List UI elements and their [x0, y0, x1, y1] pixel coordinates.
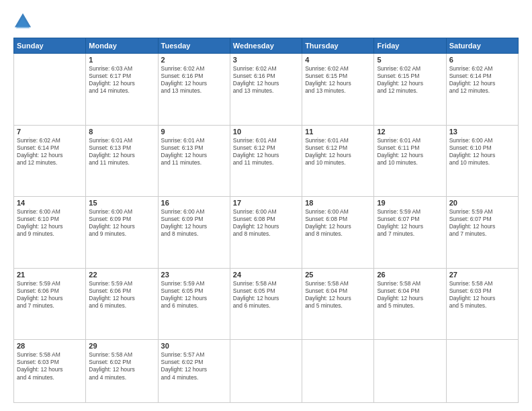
day-number: 19: [377, 199, 443, 207]
day-info: Sunrise: 5:59 AM Sunset: 6:06 PM Dayligh…: [17, 280, 83, 310]
day-info: Sunrise: 5:58 AM Sunset: 6:04 PM Dayligh…: [377, 280, 443, 310]
day-number: 29: [89, 342, 154, 350]
day-info: Sunrise: 6:02 AM Sunset: 6:16 PM Dayligh…: [161, 65, 227, 95]
day-info: Sunrise: 6:02 AM Sunset: 6:15 PM Dayligh…: [305, 65, 371, 95]
day-number: 3: [233, 56, 299, 64]
day-number: 12: [377, 128, 443, 136]
calendar-header-row: SundayMondayTuesdayWednesdayThursdayFrid…: [14, 38, 519, 54]
day-info: Sunrise: 6:02 AM Sunset: 6:15 PM Dayligh…: [377, 65, 443, 95]
day-number: 22: [89, 271, 154, 279]
day-info: Sunrise: 5:59 AM Sunset: 6:07 PM Dayligh…: [377, 208, 443, 238]
calendar-cell: 27Sunrise: 5:58 AM Sunset: 6:03 PM Dayli…: [446, 268, 518, 340]
calendar-cell: 11Sunrise: 6:01 AM Sunset: 6:12 PM Dayli…: [302, 125, 374, 197]
calendar-cell: 19Sunrise: 5:59 AM Sunset: 6:07 PM Dayli…: [374, 197, 446, 269]
calendar-cell: 16Sunrise: 6:00 AM Sunset: 6:09 PM Dayli…: [158, 197, 230, 269]
day-info: Sunrise: 6:01 AM Sunset: 6:11 PM Dayligh…: [377, 137, 443, 167]
calendar-cell: 8Sunrise: 6:01 AM Sunset: 6:13 PM Daylig…: [86, 125, 158, 197]
calendar-cell: [14, 54, 86, 126]
calendar-cell: 5Sunrise: 6:02 AM Sunset: 6:15 PM Daylig…: [374, 54, 446, 126]
day-number: 4: [305, 56, 371, 64]
calendar-cell: [374, 340, 446, 403]
calendar-cell: 15Sunrise: 6:00 AM Sunset: 6:09 PM Dayli…: [86, 197, 158, 269]
day-info: Sunrise: 6:02 AM Sunset: 6:16 PM Dayligh…: [233, 65, 299, 95]
calendar-week-row: 14Sunrise: 6:00 AM Sunset: 6:10 PM Dayli…: [14, 197, 519, 269]
day-info: Sunrise: 5:58 AM Sunset: 6:03 PM Dayligh…: [17, 351, 83, 381]
calendar-cell: 26Sunrise: 5:58 AM Sunset: 6:04 PM Dayli…: [374, 268, 446, 340]
day-info: Sunrise: 5:59 AM Sunset: 6:06 PM Dayligh…: [89, 280, 154, 310]
day-info: Sunrise: 5:58 AM Sunset: 6:02 PM Dayligh…: [89, 351, 154, 381]
day-info: Sunrise: 6:02 AM Sunset: 6:14 PM Dayligh…: [449, 65, 515, 95]
calendar-week-row: 1Sunrise: 6:03 AM Sunset: 6:17 PM Daylig…: [14, 54, 519, 126]
day-number: 24: [233, 271, 299, 279]
calendar-cell: 6Sunrise: 6:02 AM Sunset: 6:14 PM Daylig…: [446, 54, 518, 126]
page: SundayMondayTuesdayWednesdayThursdayFrid…: [0, 0, 532, 411]
day-info: Sunrise: 6:02 AM Sunset: 6:14 PM Dayligh…: [17, 137, 83, 167]
day-number: 23: [161, 271, 227, 279]
day-number: 17: [233, 199, 299, 207]
calendar-cell: 1Sunrise: 6:03 AM Sunset: 6:17 PM Daylig…: [86, 54, 158, 126]
weekday-header: Friday: [374, 38, 446, 54]
day-info: Sunrise: 5:59 AM Sunset: 6:05 PM Dayligh…: [161, 280, 227, 310]
calendar-cell: [302, 340, 374, 403]
weekday-header: Tuesday: [158, 38, 230, 54]
weekday-header: Thursday: [302, 38, 374, 54]
day-info: Sunrise: 6:01 AM Sunset: 6:12 PM Dayligh…: [233, 137, 299, 167]
day-number: 10: [233, 128, 299, 136]
day-number: 14: [17, 199, 83, 207]
day-info: Sunrise: 6:00 AM Sunset: 6:09 PM Dayligh…: [89, 208, 154, 238]
day-info: Sunrise: 5:59 AM Sunset: 6:07 PM Dayligh…: [449, 208, 515, 238]
calendar-cell: 18Sunrise: 6:00 AM Sunset: 6:08 PM Dayli…: [302, 197, 374, 269]
logo: [13, 12, 35, 31]
calendar-cell: [230, 340, 302, 403]
day-number: 2: [161, 56, 227, 64]
weekday-header: Sunday: [14, 38, 86, 54]
day-info: Sunrise: 6:00 AM Sunset: 6:08 PM Dayligh…: [305, 208, 371, 238]
calendar-cell: 9Sunrise: 6:01 AM Sunset: 6:13 PM Daylig…: [158, 125, 230, 197]
calendar-week-row: 28Sunrise: 5:58 AM Sunset: 6:03 PM Dayli…: [14, 340, 519, 403]
weekday-header: Saturday: [446, 38, 518, 54]
calendar-table: SundayMondayTuesdayWednesdayThursdayFrid…: [13, 38, 519, 403]
calendar-cell: 12Sunrise: 6:01 AM Sunset: 6:11 PM Dayli…: [374, 125, 446, 197]
day-info: Sunrise: 6:00 AM Sunset: 6:10 PM Dayligh…: [17, 208, 83, 238]
day-number: 9: [161, 128, 227, 136]
day-number: 1: [89, 56, 154, 64]
day-info: Sunrise: 6:00 AM Sunset: 6:09 PM Dayligh…: [161, 208, 227, 238]
calendar-cell: 24Sunrise: 5:58 AM Sunset: 6:05 PM Dayli…: [230, 268, 302, 340]
day-number: 11: [305, 128, 371, 136]
calendar-cell: 25Sunrise: 5:58 AM Sunset: 6:04 PM Dayli…: [302, 268, 374, 340]
day-number: 27: [449, 271, 515, 279]
weekday-header: Wednesday: [230, 38, 302, 54]
day-info: Sunrise: 5:57 AM Sunset: 6:02 PM Dayligh…: [161, 351, 227, 381]
day-number: 28: [17, 342, 83, 350]
day-number: 20: [449, 199, 515, 207]
day-info: Sunrise: 6:01 AM Sunset: 6:13 PM Dayligh…: [161, 137, 227, 167]
calendar-cell: 4Sunrise: 6:02 AM Sunset: 6:15 PM Daylig…: [302, 54, 374, 126]
day-number: 5: [377, 56, 443, 64]
day-number: 26: [377, 271, 443, 279]
calendar-cell: [446, 340, 518, 403]
calendar-cell: 2Sunrise: 6:02 AM Sunset: 6:16 PM Daylig…: [158, 54, 230, 126]
calendar-cell: 21Sunrise: 5:59 AM Sunset: 6:06 PM Dayli…: [14, 268, 86, 340]
day-number: 16: [161, 199, 227, 207]
calendar-cell: 28Sunrise: 5:58 AM Sunset: 6:03 PM Dayli…: [14, 340, 86, 403]
day-number: 7: [17, 128, 83, 136]
calendar-cell: 17Sunrise: 6:00 AM Sunset: 6:08 PM Dayli…: [230, 197, 302, 269]
day-number: 6: [449, 56, 515, 64]
day-number: 30: [161, 342, 227, 350]
calendar-cell: 22Sunrise: 5:59 AM Sunset: 6:06 PM Dayli…: [86, 268, 158, 340]
day-info: Sunrise: 6:00 AM Sunset: 6:08 PM Dayligh…: [233, 208, 299, 238]
day-info: Sunrise: 6:01 AM Sunset: 6:12 PM Dayligh…: [305, 137, 371, 167]
calendar-cell: 7Sunrise: 6:02 AM Sunset: 6:14 PM Daylig…: [14, 125, 86, 197]
day-info: Sunrise: 6:00 AM Sunset: 6:10 PM Dayligh…: [449, 137, 515, 167]
day-info: Sunrise: 5:58 AM Sunset: 6:03 PM Dayligh…: [449, 280, 515, 310]
day-number: 25: [305, 271, 371, 279]
day-number: 15: [89, 199, 154, 207]
logo-icon: [13, 12, 32, 31]
day-info: Sunrise: 5:58 AM Sunset: 6:05 PM Dayligh…: [233, 280, 299, 310]
day-info: Sunrise: 6:01 AM Sunset: 6:13 PM Dayligh…: [89, 137, 154, 167]
day-number: 21: [17, 271, 83, 279]
calendar-week-row: 21Sunrise: 5:59 AM Sunset: 6:06 PM Dayli…: [14, 268, 519, 340]
calendar-cell: 14Sunrise: 6:00 AM Sunset: 6:10 PM Dayli…: [14, 197, 86, 269]
day-info: Sunrise: 5:58 AM Sunset: 6:04 PM Dayligh…: [305, 280, 371, 310]
header: [13, 12, 519, 31]
